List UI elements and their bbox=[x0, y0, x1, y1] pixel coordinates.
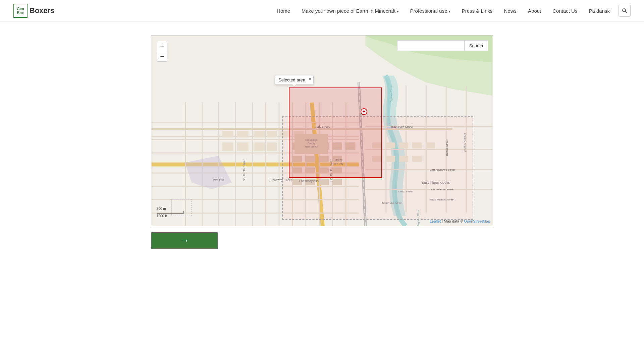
svg-rect-69 bbox=[385, 156, 395, 162]
svg-rect-43 bbox=[254, 142, 265, 151]
svg-text:East Thermopolis: East Thermopolis bbox=[421, 180, 450, 184]
svg-rect-37 bbox=[254, 131, 265, 137]
svg-rect-17 bbox=[278, 102, 279, 226]
nav-dansk[interactable]: På dansk bbox=[583, 5, 615, 16]
svg-rect-66 bbox=[412, 142, 422, 148]
svg-text:WY 120: WY 120 bbox=[213, 178, 224, 182]
svg-rect-30 bbox=[406, 85, 407, 213]
osm-link[interactable]: OpenStreetMap bbox=[464, 219, 490, 223]
svg-rect-41 bbox=[222, 142, 233, 151]
svg-text:East Fremont Street: East Fremont Street bbox=[430, 198, 454, 201]
svg-rect-16 bbox=[265, 102, 266, 226]
attribution-separator: | Map data © bbox=[442, 219, 464, 223]
selected-area-label: Selected area bbox=[278, 77, 305, 82]
svg-rect-64 bbox=[385, 142, 395, 148]
next-arrow-icon: → bbox=[180, 235, 189, 246]
content-area: Park Street East Park Street Thermopolis… bbox=[151, 35, 493, 226]
next-button[interactable]: → bbox=[151, 232, 218, 249]
svg-rect-56 bbox=[319, 168, 329, 174]
svg-line-1 bbox=[625, 11, 627, 13]
svg-rect-26 bbox=[366, 149, 493, 150]
svg-point-0 bbox=[623, 9, 626, 12]
svg-rect-49 bbox=[345, 142, 356, 150]
svg-rect-25 bbox=[366, 126, 493, 127]
svg-rect-31 bbox=[426, 85, 427, 213]
scale-1000ft: 1000 ft bbox=[157, 214, 183, 218]
nav-contact[interactable]: Contact Us bbox=[547, 5, 583, 16]
svg-text:Bighorn River: Bighorn River bbox=[417, 209, 420, 226]
svg-text:South 5th Street: South 5th Street bbox=[243, 159, 246, 181]
svg-rect-65 bbox=[399, 142, 408, 148]
svg-rect-39 bbox=[280, 131, 290, 137]
svg-rect-29 bbox=[385, 85, 386, 213]
svg-rect-35 bbox=[222, 131, 233, 137]
svg-rect-42 bbox=[237, 142, 249, 151]
svg-rect-27 bbox=[366, 169, 493, 170]
svg-rect-34 bbox=[152, 128, 452, 130]
svg-rect-36 bbox=[237, 131, 249, 137]
popup-close-button[interactable]: × bbox=[309, 77, 311, 81]
scale-300m: 300 m bbox=[157, 207, 183, 210]
svg-rect-18 bbox=[292, 102, 293, 226]
svg-rect-71 bbox=[412, 156, 422, 162]
nav-about[interactable]: About bbox=[523, 5, 546, 16]
svg-rect-57 bbox=[332, 168, 342, 174]
svg-rect-15 bbox=[252, 102, 253, 226]
svg-rect-44 bbox=[267, 142, 277, 151]
svg-text:Bighorn River: Bighorn River bbox=[390, 86, 393, 103]
svg-text:South D Avenue: South D Avenue bbox=[463, 133, 466, 153]
svg-text:Hot Springs: Hot Springs bbox=[305, 139, 318, 141]
svg-rect-68 bbox=[372, 156, 381, 162]
nav-press[interactable]: Press & Links bbox=[457, 5, 498, 16]
map-scale: 300 m 1000 ft bbox=[157, 207, 183, 218]
svg-text:Clark Street: Clark Street bbox=[398, 190, 413, 193]
center-plus-icon: + bbox=[362, 109, 365, 114]
nav-professional[interactable]: Professional use bbox=[405, 5, 456, 16]
svg-rect-52 bbox=[319, 156, 329, 162]
site-logo[interactable]: Geo Box Boxers bbox=[13, 4, 55, 18]
zoom-controls: + − bbox=[157, 41, 167, 62]
scale-line bbox=[157, 211, 183, 214]
zoom-in-button[interactable]: + bbox=[157, 41, 167, 51]
main-nav: Home Make your own piece of Earth in Min… bbox=[271, 5, 631, 17]
svg-text:East Warren Street: East Warren Street bbox=[431, 188, 454, 191]
svg-rect-20 bbox=[319, 102, 320, 226]
svg-rect-54 bbox=[292, 168, 302, 174]
map-container[interactable]: Park Street East Park Street Thermopolis… bbox=[151, 35, 493, 226]
svg-rect-14 bbox=[235, 102, 236, 226]
svg-text:Park Street: Park Street bbox=[315, 125, 330, 128]
search-icon[interactable] bbox=[619, 5, 631, 17]
svg-text:High School: High School bbox=[305, 145, 318, 148]
svg-rect-3 bbox=[152, 163, 359, 167]
svg-text:US 20: US 20 bbox=[335, 159, 343, 162]
nav-make[interactable]: Make your own piece of Earth in Minecraf… bbox=[296, 5, 404, 16]
svg-rect-50 bbox=[292, 156, 302, 162]
zoom-out-button[interactable]: − bbox=[157, 51, 167, 61]
svg-text:Buffalo Street: Buffalo Street bbox=[445, 139, 448, 156]
center-marker: + bbox=[361, 108, 367, 115]
svg-text:East Arapahoe Street: East Arapahoe Street bbox=[430, 168, 455, 171]
svg-rect-55 bbox=[305, 168, 315, 174]
svg-text:Thermopolis: Thermopolis bbox=[299, 179, 319, 183]
svg-rect-5 bbox=[152, 122, 359, 123]
svg-rect-67 bbox=[426, 142, 435, 148]
svg-rect-60 bbox=[319, 179, 329, 185]
svg-rect-22 bbox=[345, 102, 346, 226]
svg-rect-63 bbox=[372, 142, 381, 148]
svg-rect-51 bbox=[305, 156, 315, 162]
logo-box: Geo Box bbox=[13, 4, 28, 18]
svg-text:WY 789: WY 789 bbox=[334, 162, 344, 165]
leaflet-link[interactable]: Leaflet bbox=[430, 219, 441, 223]
map-search-button[interactable]: Search bbox=[464, 40, 488, 51]
nav-home[interactable]: Home bbox=[271, 5, 296, 16]
svg-rect-28 bbox=[366, 189, 493, 190]
svg-text:East Park Street: East Park Street bbox=[391, 125, 414, 128]
nav-news[interactable]: News bbox=[499, 5, 522, 16]
svg-rect-19 bbox=[305, 102, 306, 226]
svg-rect-48 bbox=[332, 142, 342, 150]
svg-rect-61 bbox=[332, 179, 342, 185]
svg-text:County: County bbox=[308, 142, 315, 145]
selected-area-popup: Selected area × bbox=[275, 75, 314, 85]
svg-rect-9 bbox=[152, 186, 359, 187]
map-search-input[interactable] bbox=[397, 40, 464, 51]
